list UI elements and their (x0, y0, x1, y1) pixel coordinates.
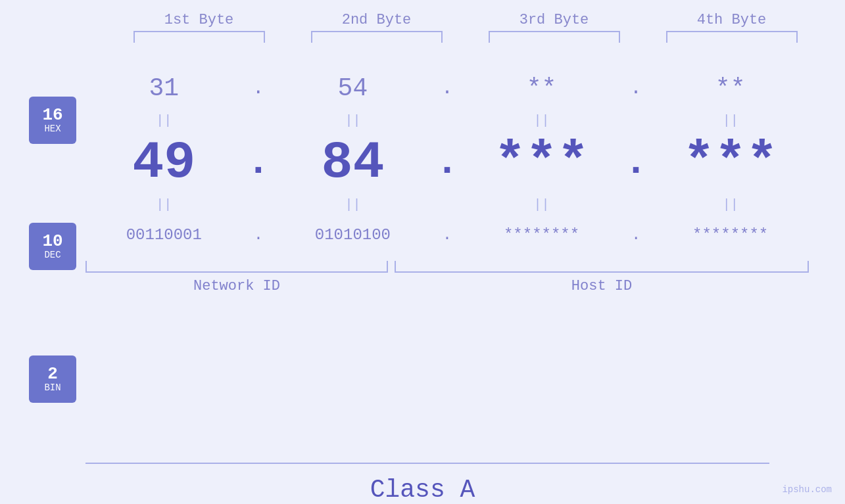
hex-b4: ** (658, 74, 803, 103)
sep2-b4: || (658, 197, 803, 212)
watermark: ipshu.com (782, 484, 832, 495)
bin-row: 00110001 . 01010100 . ******** . *******… (85, 216, 809, 253)
sep1-b3: || (470, 113, 614, 128)
sep1-b1: || (91, 113, 236, 128)
hex-b1: 31 (91, 74, 236, 103)
dec-badge-number: 10 (42, 233, 62, 250)
hex-badge-number: 16 (42, 106, 62, 124)
hex-b2: 54 (280, 74, 425, 103)
bin-b3: ******** (470, 226, 614, 244)
hex-badge-label: HEX (44, 124, 60, 135)
bracket-1 (133, 31, 265, 43)
bottom-line (85, 463, 769, 464)
host-id-label: Host ID (395, 278, 809, 294)
network-id-bracket (85, 261, 388, 273)
dec-b2: 84 (280, 133, 425, 193)
main-container: 1st Byte 2nd Byte 3rd Byte 4th Byte 16 H… (0, 0, 845, 504)
sep-row-2: || || || || (85, 195, 809, 214)
hex-row: 31 . 54 . ** . ** (85, 65, 809, 111)
bin-dot1: . (249, 226, 268, 244)
dec-b3: *** (470, 133, 614, 193)
top-brackets (110, 31, 821, 43)
dec-dot1: . (249, 140, 268, 185)
bracket-3 (489, 31, 620, 43)
bottom-brackets-area: Network ID Host ID (85, 261, 809, 294)
hex-dot2: . (437, 77, 457, 99)
host-id-bracket (395, 261, 809, 273)
hex-dot3: . (626, 77, 646, 99)
dec-row: 49 . 84 . *** . *** (85, 129, 809, 195)
bottom-labels: Network ID Host ID (85, 278, 809, 294)
dec-badge-label: DEC (44, 250, 60, 261)
sep2-b3: || (470, 197, 614, 212)
sep2-b2: || (280, 197, 425, 212)
byte1-header: 1st Byte (127, 12, 272, 28)
dec-dot3: . (626, 140, 646, 185)
bin-b4: ******** (658, 226, 803, 244)
dec-dot2: . (437, 140, 457, 185)
dec-b4: *** (658, 133, 803, 193)
sep1-b2: || (280, 113, 425, 128)
bin-badge: 2 BIN (29, 355, 76, 403)
sep-row-1: || || || || (85, 111, 809, 129)
byte4-header: 4th Byte (660, 12, 804, 28)
bin-b2: 01010100 (280, 226, 425, 244)
data-columns: 31 . 54 . ** . ** || || || || 49 (85, 56, 845, 451)
bin-badge-label: BIN (44, 382, 60, 394)
dec-b1: 49 (91, 133, 236, 193)
dec-badge: 10 DEC (29, 223, 76, 270)
network-id-label: Network ID (85, 278, 388, 294)
content-area: 16 HEX 10 DEC 2 BIN 31 . 54 . (0, 49, 845, 451)
sep1-b4: || (658, 113, 803, 128)
bin-dot3: . (626, 226, 646, 244)
bracket-4 (666, 31, 798, 43)
class-label: Class A (0, 476, 845, 504)
byte3-header: 3rd Byte (482, 12, 627, 28)
hex-b3: ** (470, 74, 614, 103)
bracket-2 (311, 31, 443, 43)
bottom-bracket-row (85, 261, 809, 273)
bin-badge-number: 2 (47, 365, 58, 382)
sep2-b1: || (91, 197, 236, 212)
bin-dot2: . (437, 226, 457, 244)
byte2-header: 2nd Byte (304, 12, 449, 28)
bin-b1: 00110001 (91, 226, 236, 244)
byte-headers: 1st Byte 2nd Byte 3rd Byte 4th Byte (110, 12, 821, 28)
hex-dot1: . (249, 77, 268, 99)
hex-badge: 16 HEX (29, 97, 76, 144)
badges-column: 16 HEX 10 DEC 2 BIN (0, 62, 85, 451)
